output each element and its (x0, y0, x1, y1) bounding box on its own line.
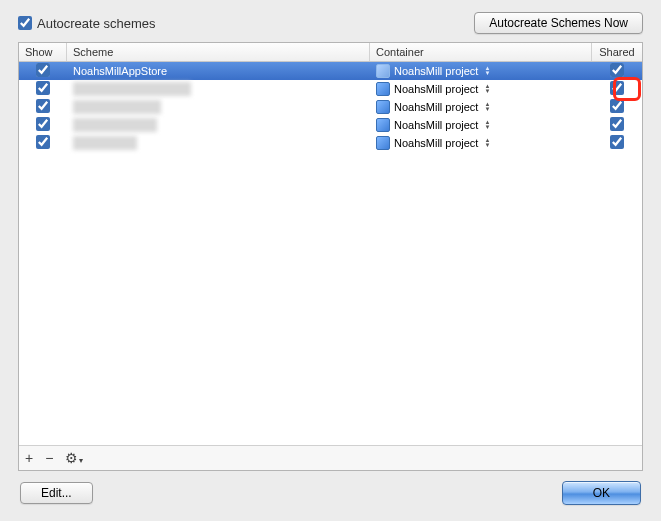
container-label: NoahsMill project (394, 137, 478, 149)
stepper-icon: ▲▼ (484, 102, 490, 112)
project-icon (376, 64, 390, 78)
action-menu-button[interactable]: ⚙▾ (65, 450, 83, 466)
table-body: NoahsMillAppStoreNoahsMill project▲▼Noah… (19, 62, 642, 445)
remove-button[interactable]: − (45, 450, 53, 466)
project-icon (376, 82, 390, 96)
col-scheme[interactable]: Scheme (67, 43, 370, 61)
scheme-cell (67, 136, 370, 150)
manage-schemes-sheet: Autocreate schemes Autocreate Schemes No… (10, 4, 651, 511)
table-row[interactable]: NoahsMillAppStoreNoahsMill project▲▼ (19, 62, 642, 80)
scheme-cell (67, 118, 370, 132)
show-checkbox[interactable] (36, 63, 50, 77)
container-popup[interactable]: NoahsMill project▲▼ (370, 82, 592, 96)
autocreate-schemes-label: Autocreate schemes (37, 16, 156, 31)
table-header: Show Scheme Container Shared (19, 43, 642, 62)
col-show[interactable]: Show (19, 43, 67, 61)
autocreate-schemes-check[interactable] (18, 16, 32, 30)
show-checkbox[interactable] (36, 117, 50, 131)
shared-checkbox[interactable] (610, 99, 624, 113)
scheme-cell (67, 82, 370, 96)
container-popup[interactable]: NoahsMill project▲▼ (370, 64, 592, 78)
table-row[interactable]: NoahsMill project▲▼ (19, 134, 642, 152)
redacted-scheme-name (73, 136, 137, 150)
scheme-cell: NoahsMillAppStore (67, 65, 370, 77)
shared-checkbox[interactable] (610, 117, 624, 131)
shared-checkbox[interactable] (610, 135, 624, 149)
top-bar: Autocreate schemes Autocreate Schemes No… (10, 4, 651, 42)
add-button[interactable]: + (25, 450, 33, 466)
container-label: NoahsMill project (394, 83, 478, 95)
project-icon (376, 118, 390, 132)
redacted-scheme-name (73, 82, 191, 96)
stepper-icon: ▲▼ (484, 120, 490, 130)
table-row[interactable]: NoahsMill project▲▼ (19, 98, 642, 116)
edit-button[interactable]: Edit... (20, 482, 93, 504)
redacted-scheme-name (73, 100, 161, 114)
show-checkbox[interactable] (36, 135, 50, 149)
container-popup[interactable]: NoahsMill project▲▼ (370, 136, 592, 150)
redacted-scheme-name (73, 118, 157, 132)
stepper-icon: ▲▼ (484, 84, 490, 94)
col-shared[interactable]: Shared (592, 43, 642, 61)
table-row[interactable]: NoahsMill project▲▼ (19, 116, 642, 134)
ok-button[interactable]: OK (562, 481, 641, 505)
shared-checkbox[interactable] (610, 81, 624, 95)
container-label: NoahsMill project (394, 65, 478, 77)
col-container[interactable]: Container (370, 43, 592, 61)
shared-checkbox[interactable] (610, 63, 624, 77)
table-row[interactable]: NoahsMill project▲▼ (19, 80, 642, 98)
container-popup[interactable]: NoahsMill project▲▼ (370, 100, 592, 114)
autocreate-schemes-checkbox[interactable]: Autocreate schemes (18, 16, 156, 31)
table-toolbar: + − ⚙▾ (19, 445, 642, 470)
chevron-down-icon: ▾ (79, 456, 83, 465)
autocreate-now-button[interactable]: Autocreate Schemes Now (474, 12, 643, 34)
scheme-cell (67, 100, 370, 114)
stepper-icon: ▲▼ (484, 138, 490, 148)
schemes-table: Show Scheme Container Shared NoahsMillAp… (18, 42, 643, 471)
project-icon (376, 136, 390, 150)
gear-icon: ⚙ (65, 450, 78, 466)
show-checkbox[interactable] (36, 99, 50, 113)
project-icon (376, 100, 390, 114)
container-label: NoahsMill project (394, 101, 478, 113)
stepper-icon: ▲▼ (484, 66, 490, 76)
show-checkbox[interactable] (36, 81, 50, 95)
container-label: NoahsMill project (394, 119, 478, 131)
container-popup[interactable]: NoahsMill project▲▼ (370, 118, 592, 132)
bottom-bar: Edit... OK (10, 471, 651, 511)
